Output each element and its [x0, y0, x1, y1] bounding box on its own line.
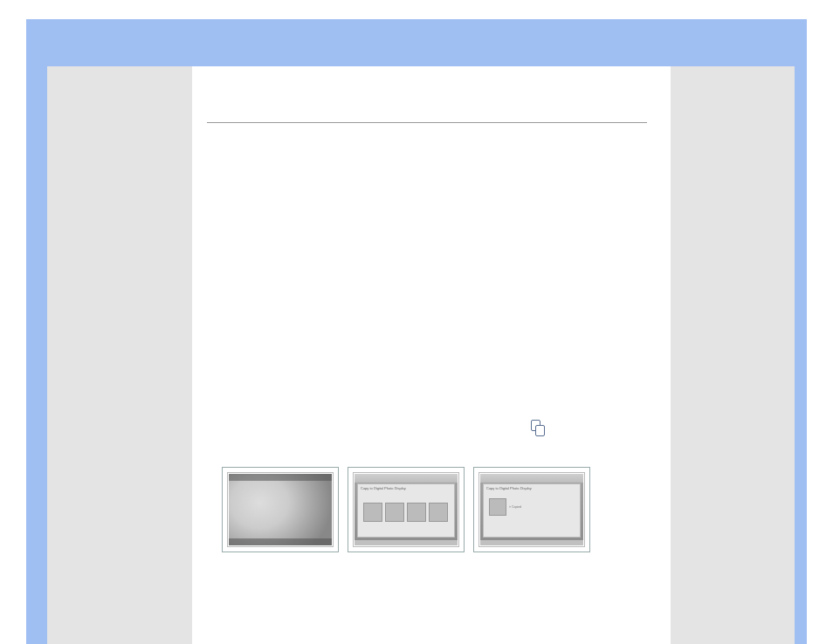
- thumbnail-1-topbar: [229, 474, 332, 481]
- thumbnail-3-item-label: > Copied: [509, 505, 521, 509]
- thumbnail-3-mini-1: [489, 498, 506, 516]
- thumbnail-2-mini-3: [407, 503, 426, 522]
- copy-icon: [531, 420, 547, 437]
- thumbnail-1[interactable]: [222, 467, 339, 552]
- thumbnail-1-inner: [227, 472, 334, 547]
- thumbnail-3-footer: [480, 540, 583, 545]
- thumbnail-2-inner: Copy to Digital Photo Display: [353, 472, 459, 547]
- viewport: Copy to Digital Photo Display: [0, 0, 833, 644]
- thumbnail-2-header: [355, 474, 458, 483]
- thumbnail-1-botbar: [229, 538, 332, 545]
- thumbnail-3-inner: Copy to Digital Photo Display > Copied: [478, 472, 585, 547]
- thumbnail-2-mini-4: [429, 503, 448, 522]
- thumbnail-2[interactable]: Copy to Digital Photo Display: [348, 467, 465, 552]
- thumbnail-2-footer: [355, 540, 458, 545]
- thumbnail-1-photo: [229, 474, 332, 545]
- thumbnail-3[interactable]: Copy to Digital Photo Display > Copied: [473, 467, 590, 552]
- thumbnail-3-dialog-title: Copy to Digital Photo Display: [484, 484, 580, 492]
- thumbnail-2-mini-2: [385, 503, 404, 522]
- thumbnail-2-dialog: Copy to Digital Photo Display: [357, 483, 455, 538]
- thumbnail-3-header: [480, 474, 583, 483]
- thumbnail-2-mini-1: [363, 503, 382, 522]
- document-page: [192, 66, 671, 644]
- thumbnail-3-mini-strip: > Copied: [489, 497, 575, 517]
- thumbnail-2-mini-strip: [363, 500, 449, 524]
- horizontal-rule: [207, 122, 647, 123]
- thumbnail-2-dialog-title: Copy to Digital Photo Display: [358, 484, 454, 492]
- thumbnail-3-dialog: Copy to Digital Photo Display > Copied: [483, 483, 581, 538]
- thumbnail-row: Copy to Digital Photo Display: [222, 467, 590, 552]
